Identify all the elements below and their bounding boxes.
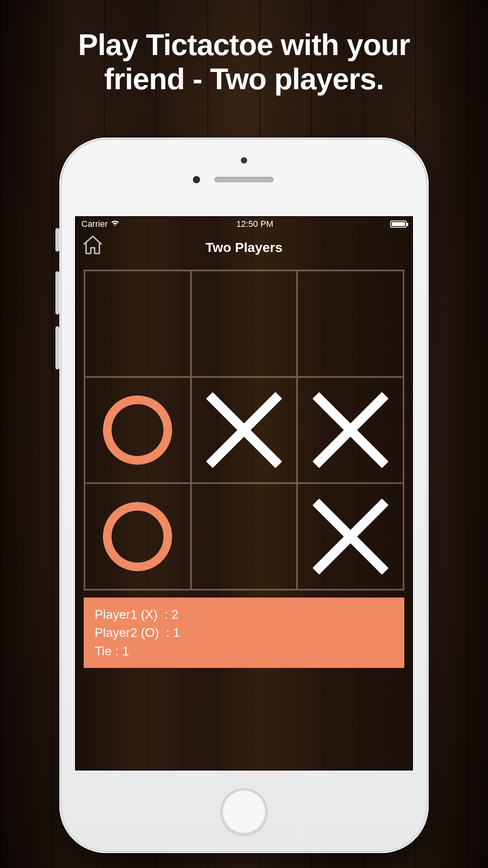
device-mute-switch (55, 228, 59, 252)
mark-x-icon (206, 392, 282, 468)
mark-x-icon (313, 499, 388, 574)
board-cell-2[interactable] (297, 270, 404, 377)
promo-headline: Play Tictactoe with yourfriend - Two pla… (0, 28, 488, 96)
board-cell-0[interactable] (84, 270, 191, 377)
device-volume-down (55, 326, 59, 370)
score-panel: Player1 (X) : 2 Player2 (O) : 1 Tie : 1 (84, 598, 404, 668)
nav-bar: Two Players (76, 231, 412, 263)
mark-o-icon (103, 502, 172, 571)
board-cell-3[interactable] (84, 377, 191, 484)
device-camera (193, 176, 200, 183)
game-board (84, 270, 404, 590)
board-cell-4[interactable] (191, 377, 297, 484)
carrier-label: Carrier (81, 219, 108, 229)
board-cell-1[interactable] (191, 270, 297, 377)
board-cell-6[interactable] (84, 483, 191, 590)
home-icon[interactable] (81, 234, 104, 256)
device-speaker (215, 177, 273, 182)
device-frame: Carrier 12:50 PM Two Players (59, 138, 429, 853)
status-bar: Carrier 12:50 PM (76, 217, 412, 231)
device-top (59, 138, 429, 216)
mark-o-icon (103, 395, 172, 465)
score-player1: Player1 (X) : 2 (95, 605, 393, 623)
mark-x-icon (313, 392, 388, 468)
board-cell-8[interactable] (297, 483, 404, 590)
score-tie: Tie : 1 (95, 642, 393, 660)
score-player2: Player2 (O) : 1 (95, 623, 393, 642)
page-title: Two Players (205, 240, 283, 255)
board-cell-7[interactable] (191, 483, 297, 590)
screen: Carrier 12:50 PM Two Players (75, 216, 413, 771)
battery-icon (390, 221, 407, 228)
board-cell-5[interactable] (297, 377, 404, 484)
device-home-button[interactable] (220, 788, 268, 835)
wifi-icon (111, 219, 119, 229)
clock-label: 12:50 PM (237, 219, 273, 229)
device-sensor (241, 157, 247, 164)
device-volume-up (55, 271, 59, 314)
